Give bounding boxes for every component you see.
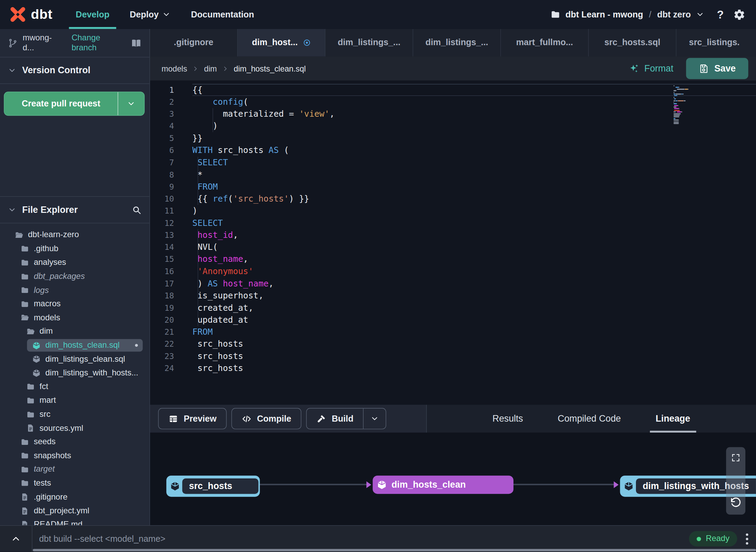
file-tree-item-dim-listings-with-hosts-[interactable]: dim_listings_with_hosts...	[0, 366, 149, 380]
settings-gear-icon[interactable]	[733, 9, 745, 21]
project-selector[interactable]: dbt Learn - mwong / dbt zero	[550, 9, 704, 20]
file-tab-src-listings-[interactable]: src_listings.	[676, 29, 756, 56]
breadcrumb-item[interactable]: models	[161, 64, 187, 73]
file-tab-dim-host-[interactable]: dim_host...	[238, 29, 326, 56]
file-tab-src-hosts-sql[interactable]: src_hosts.sql	[589, 29, 677, 56]
file-tree-label: README.md	[34, 520, 82, 526]
nav-documentation[interactable]: Documentation	[184, 0, 261, 29]
code-line: {{	[192, 84, 756, 96]
search-icon[interactable]	[132, 205, 142, 215]
line-number: 24	[150, 362, 174, 374]
file-tree-label: dim	[40, 327, 53, 336]
folder-icon	[20, 272, 29, 281]
help-icon[interactable]: ?	[717, 8, 724, 21]
build-button[interactable]: Build	[306, 408, 386, 429]
file-tree-item-dbt-project-yml[interactable]: dbt_project.yml	[0, 504, 149, 518]
code-line: SELECT	[192, 156, 756, 168]
file-tree-item-tests[interactable]: tests	[0, 476, 149, 490]
kebab-menu-icon[interactable]	[746, 533, 748, 544]
panel-tab-compiled-code[interactable]: Compiled Code	[556, 405, 623, 433]
dbt-logo[interactable]: dbt	[9, 5, 52, 24]
file-tree-item-target[interactable]: target	[0, 463, 149, 476]
build-dropdown[interactable]	[363, 409, 386, 429]
code-line: )	[192, 120, 756, 132]
create-pr-dropdown[interactable]	[118, 92, 144, 115]
sidebar: mwong-d... Change branch Version Control…	[0, 29, 150, 526]
file-tab--gitignore[interactable]: .gitignore	[150, 29, 238, 56]
sparkles-icon	[628, 63, 639, 74]
nav-develop[interactable]: Develop	[69, 0, 116, 29]
result-panel-tabs: ResultsCompiled CodeLineage	[427, 405, 756, 433]
folder-icon	[20, 299, 29, 309]
horizontal-scrollbar[interactable]	[33, 549, 756, 551]
change-branch-link[interactable]: Change branch	[71, 33, 126, 52]
fullscreen-icon[interactable]	[731, 453, 741, 462]
file-tab-mart-fullmo-[interactable]: mart_fullmo...	[501, 29, 589, 56]
collapse-panel-button[interactable]	[0, 526, 32, 552]
file-tree-item-seeds[interactable]: seeds	[0, 435, 149, 449]
panel-tab-results[interactable]: Results	[491, 405, 525, 433]
file-tree-item--github[interactable]: .github	[0, 242, 149, 256]
file-explorer-title: File Explorer	[22, 205, 78, 215]
line-number: 23	[150, 350, 174, 362]
file-explorer-header[interactable]: File Explorer	[0, 196, 149, 223]
hammer-icon	[316, 414, 327, 424]
file-tab-dim-listings-[interactable]: dim_listings_...	[413, 29, 501, 56]
nav-deploy[interactable]: Deploy	[123, 0, 177, 29]
line-number: 11	[150, 205, 174, 217]
command-input[interactable]	[32, 534, 689, 544]
version-control-header[interactable]: Version Control	[0, 57, 149, 84]
line-number: 15	[150, 253, 174, 265]
file-tree-label: mart	[40, 396, 56, 405]
editor-actions: Format Save	[628, 58, 748, 79]
file-tree-item-snapshots[interactable]: snapshots	[0, 449, 149, 462]
lineage-node-dim-hosts-clean[interactable]: dim_hosts_clean	[373, 476, 513, 494]
create-pull-request-label: Create pull request	[4, 92, 118, 115]
save-button[interactable]: Save	[686, 58, 748, 79]
file-tree-item-analyses[interactable]: analyses	[0, 256, 149, 269]
file-tree-label: dim_hosts_clean.sql	[45, 341, 119, 350]
file-tree-item-dim-listings-clean-sql[interactable]: dim_listings_clean.sql	[0, 352, 149, 366]
top-navbar: dbt Develop Deploy Documentation dbt Lea…	[0, 0, 756, 29]
code-line: config(	[192, 96, 756, 108]
compile-button[interactable]: Compile	[232, 408, 301, 429]
lineage-node-src-hosts[interactable]: src_hosts	[166, 476, 260, 497]
folder-open-icon	[26, 327, 35, 336]
minimap[interactable]	[674, 85, 697, 125]
tab-label: dim_listings_...	[426, 38, 488, 48]
file-tree-item-dim[interactable]: dim	[0, 325, 149, 338]
file-tree-item-README-md[interactable]: README.md	[0, 518, 149, 526]
button-label: Compile	[257, 414, 291, 424]
file-tree-item-src[interactable]: src	[0, 408, 149, 421]
file-tree-item-dim-hosts-clean-sql[interactable]: dim_hosts_clean.sql	[0, 338, 149, 352]
create-pull-request-button[interactable]: Create pull request	[4, 92, 145, 116]
model-cube-icon	[32, 341, 41, 350]
panel-tab-lineage[interactable]: Lineage	[654, 405, 692, 433]
format-button[interactable]: Format	[628, 63, 673, 74]
code-line: )	[192, 205, 756, 217]
book-icon[interactable]	[131, 37, 142, 48]
file-tree-item-sources-yml[interactable]: sources.yml	[0, 421, 149, 435]
file-tab-dim-listings-[interactable]: dim_listings_...	[325, 29, 413, 56]
file-tree-item-mart[interactable]: mart	[0, 394, 149, 407]
file-tree-item--gitignore[interactable]: .gitignore	[0, 490, 149, 504]
file-tree-item-logs[interactable]: logs	[0, 283, 149, 297]
preview-button[interactable]: Preview	[158, 408, 226, 429]
file-tree: dbt-learn-zero.githubanalysesdbt_package…	[0, 223, 149, 526]
code-content[interactable]: {{ config( materialized = 'view', )}}WIT…	[192, 84, 756, 374]
reset-view-icon[interactable]	[729, 496, 742, 509]
line-number: 1	[150, 84, 174, 96]
breadcrumb-item[interactable]: dim	[204, 64, 217, 73]
code-line: src_hosts	[192, 362, 756, 374]
file-tree-item-fct[interactable]: fct	[0, 380, 149, 394]
indent-guide	[213, 120, 213, 132]
file-tree-item-dbt-learn-zero[interactable]: dbt-learn-zero	[0, 228, 149, 242]
code-line: ) AS host_name,	[192, 278, 756, 290]
file-tree-item-dbt-packages[interactable]: dbt_packages	[0, 270, 149, 283]
breadcrumb-item[interactable]: dim_hosts_clean.sql	[234, 64, 306, 73]
file-tree-item-macros[interactable]: macros	[0, 297, 149, 311]
dbt-cloud-ide: dbt Develop Deploy Documentation dbt Lea…	[0, 0, 756, 552]
tab-label: .gitignore	[174, 38, 213, 48]
file-tree-item-models[interactable]: models	[0, 311, 149, 324]
code-editor[interactable]: 123456789101112131415161718192021222324 …	[150, 80, 756, 405]
